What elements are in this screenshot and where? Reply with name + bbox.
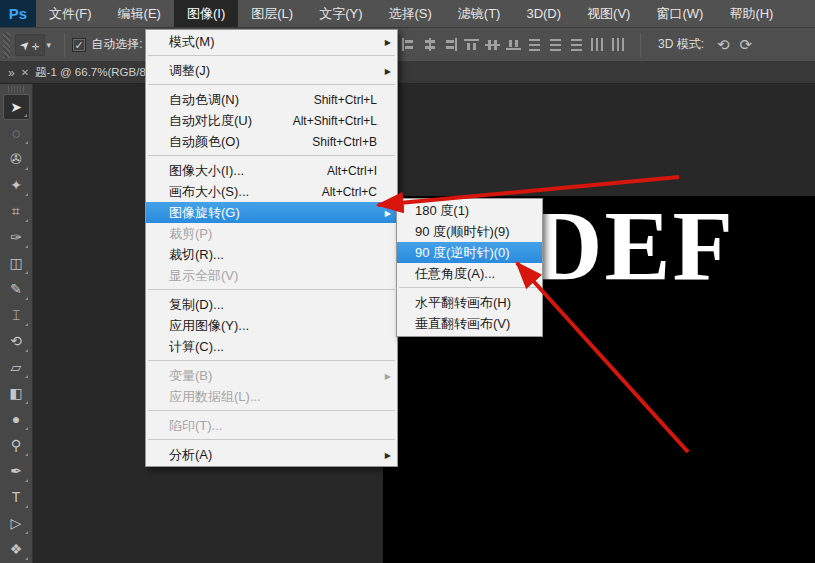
menu-bar-items: 文件(F)编辑(E)图像(I)图层(L)文字(Y)选择(S)滤镜(T)3D(D)… xyxy=(36,0,786,27)
image-menu-item-duplicate[interactable]: 复制(D)... xyxy=(146,294,397,315)
options-bar: ➤ ✛ ▾ ✓ 自动选择: 3D 模式: ⟲⟳ xyxy=(0,28,815,62)
marquee-tool[interactable]: ◌ xyxy=(3,120,30,146)
auto-select-checkbox[interactable]: ✓ xyxy=(72,38,86,52)
current-tool-indicator[interactable]: ➤ ✛ xyxy=(15,34,45,56)
menubar-item-type[interactable]: 文字(Y) xyxy=(306,0,375,27)
menubar-item-edit[interactable]: 编辑(E) xyxy=(105,0,174,27)
menubar-item-3d[interactable]: 3D(D) xyxy=(513,0,574,27)
tab-close-icon[interactable]: ✕ xyxy=(21,67,29,78)
move-tool-icon: ➤ xyxy=(10,99,22,115)
crop-tool[interactable]: ⌗ xyxy=(3,198,30,224)
image-menu-item-label: 分析(A) xyxy=(169,446,212,464)
auto-select-label: 自动选择: xyxy=(91,36,142,53)
align-bottom-edges-icon[interactable] xyxy=(506,38,521,51)
rotate-submenu-item-rotate-180[interactable]: 180 度(1) xyxy=(397,200,542,221)
menubar-item-file[interactable]: 文件(F) xyxy=(36,0,105,27)
image-menu-item-label: 自动色调(N) xyxy=(169,91,239,109)
align-top-edges-icon[interactable] xyxy=(464,38,479,51)
distribute-vertical-centers-icon[interactable] xyxy=(548,38,563,51)
path-selection-tool[interactable]: ▷ xyxy=(3,510,30,536)
type-tool-icon: T xyxy=(12,489,21,505)
menubar-item-help[interactable]: 帮助(H) xyxy=(716,0,786,27)
clone-stamp-tool[interactable]: ⌶ xyxy=(3,302,30,328)
align-horizontal-centers-icon[interactable] xyxy=(422,38,437,51)
image-menu-item-auto-tone[interactable]: 自动色调(N)Shift+Ctrl+L xyxy=(146,89,397,110)
3d-orbit-icon[interactable]: ⟲ xyxy=(717,36,730,54)
image-menu-item-label: 陷印(T)... xyxy=(169,417,222,435)
menubar-item-image[interactable]: 图像(I) xyxy=(174,0,238,27)
image-menu-item-image-rotation[interactable]: 图像旋转(G)▶ xyxy=(146,202,397,223)
distribute-horizontal-centers-icon[interactable] xyxy=(611,38,630,51)
rotate-submenu-item-flip-canvas-horizontal[interactable]: 水平翻转画布(H) xyxy=(397,292,542,313)
image-menu-item-label: 画布大小(S)... xyxy=(169,183,249,201)
rotate-submenu-item-label: 水平翻转画布(H) xyxy=(415,294,511,312)
rotate-submenu-item-arbitrary[interactable]: 任意角度(A)... xyxy=(397,263,542,284)
rotate-submenu-item-label: 垂直翻转画布(V) xyxy=(415,315,510,333)
image-menu-item-label: 自动对比度(U) xyxy=(169,112,252,130)
rotate-submenu-item-rotate-90-ccw[interactable]: 90 度(逆时针)(0) xyxy=(397,242,542,263)
blur-tool[interactable]: ● xyxy=(3,406,30,432)
type-tool[interactable]: T xyxy=(3,484,30,510)
tools-panel: ➤◌✇✦⌗✑◫✎⌶⟲▱◧●⚲✒T▷❖ xyxy=(0,84,33,563)
menubar-item-select[interactable]: 选择(S) xyxy=(375,0,444,27)
healing-brush-tool[interactable]: ◫ xyxy=(3,250,30,276)
image-menu-item-adjustments[interactable]: 调整(J)▶ xyxy=(146,60,397,81)
image-menu-item-label: 图像旋转(G) xyxy=(169,204,240,222)
image-menu-item-apply-data-set[interactable]: 应用数据组(L)... xyxy=(146,386,397,407)
image-menu-item-shortcut: Shift+Ctrl+B xyxy=(312,135,377,149)
rotate-submenu-item-rotate-90-cw[interactable]: 90 度(顺时针)(9) xyxy=(397,221,542,242)
menubar-item-view[interactable]: 视图(V) xyxy=(574,0,643,27)
image-menu-item-shortcut: Shift+Ctrl+L xyxy=(314,93,377,107)
tool-preset-caret-icon[interactable]: ▾ xyxy=(47,40,52,50)
history-brush-tool[interactable]: ⟲ xyxy=(3,328,30,354)
image-menu-item-apply-image[interactable]: 应用图像(Y)... xyxy=(146,315,397,336)
align-right-edges-icon[interactable] xyxy=(443,38,458,51)
custom-shape-tool[interactable]: ❖ xyxy=(3,536,30,562)
image-menu-item-canvas-size[interactable]: 画布大小(S)...Alt+Ctrl+C xyxy=(146,181,397,202)
move-tool[interactable]: ➤ xyxy=(3,94,30,120)
distribute-top-edges-icon[interactable] xyxy=(527,38,542,51)
image-menu-item-shortcut: Alt+Ctrl+C xyxy=(322,185,377,199)
custom-shape-tool-icon: ❖ xyxy=(10,541,23,557)
image-menu-item-auto-contrast[interactable]: 自动对比度(U)Alt+Shift+Ctrl+L xyxy=(146,110,397,131)
image-menu-item-label: 应用图像(Y)... xyxy=(169,317,249,335)
3d-mode-label: 3D 模式: xyxy=(658,36,704,53)
lasso-tool[interactable]: ✇ xyxy=(3,146,30,172)
image-menu-item-image-size[interactable]: 图像大小(I)...Alt+Ctrl+I xyxy=(146,160,397,181)
quick-selection-tool[interactable]: ✦ xyxy=(3,172,30,198)
image-menu-item-shortcut: Alt+Ctrl+I xyxy=(327,164,377,178)
image-menu-item-crop[interactable]: 裁剪(P) xyxy=(146,223,397,244)
image-menu-item-reveal-all[interactable]: 显示全部(V) xyxy=(146,265,397,286)
align-vertical-centers-icon[interactable] xyxy=(485,38,500,51)
healing-brush-tool-icon: ◫ xyxy=(9,255,22,271)
tab-overflow-icon[interactable]: » xyxy=(8,66,15,80)
image-menu-separator xyxy=(148,410,395,411)
image-menu-item-variables[interactable]: 变量(B)▶ xyxy=(146,365,397,386)
image-menu-item-auto-color[interactable]: 自动颜色(O)Shift+Ctrl+B xyxy=(146,131,397,152)
rotate-submenu-item-flip-canvas-vertical[interactable]: 垂直翻转画布(V) xyxy=(397,313,542,334)
brush-tool[interactable]: ✎ xyxy=(3,276,30,302)
photoshop-window: Ps 文件(F)编辑(E)图像(I)图层(L)文字(Y)选择(S)滤镜(T)3D… xyxy=(0,0,815,563)
submenu-arrow-icon: ▶ xyxy=(385,66,391,75)
options-divider xyxy=(64,33,65,57)
pen-tool[interactable]: ✒ xyxy=(3,458,30,484)
image-menu-item-trap[interactable]: 陷印(T)... xyxy=(146,415,397,436)
image-menu-item-analysis[interactable]: 分析(A)▶ xyxy=(146,444,397,465)
menubar-item-layer[interactable]: 图层(L) xyxy=(238,0,306,27)
image-menu-item-trim[interactable]: 裁切(R)... xyxy=(146,244,397,265)
eyedropper-tool[interactable]: ✑ xyxy=(3,224,30,250)
distribute-left-edges-icon[interactable] xyxy=(590,38,605,51)
dodge-tool[interactable]: ⚲ xyxy=(3,432,30,458)
distribute-bottom-edges-icon[interactable] xyxy=(569,38,584,51)
image-menu-item-mode[interactable]: 模式(M)▶ xyxy=(146,31,397,52)
image-menu-item-label: 应用数据组(L)... xyxy=(169,388,261,406)
image-menu-item-calculations[interactable]: 计算(C)... xyxy=(146,336,397,357)
image-menu-item-label: 裁剪(P) xyxy=(169,225,212,243)
eraser-tool[interactable]: ▱ xyxy=(3,354,30,380)
gradient-tool[interactable]: ◧ xyxy=(3,380,30,406)
document-tab-title[interactable]: 题-1 @ 66.7%(RGB/8 xyxy=(35,65,146,80)
3d-roll-icon[interactable]: ⟳ xyxy=(740,36,753,54)
menubar-item-window[interactable]: 窗口(W) xyxy=(643,0,716,27)
menubar-item-filter[interactable]: 滤镜(T) xyxy=(445,0,514,27)
align-left-edges-icon[interactable] xyxy=(401,38,416,51)
